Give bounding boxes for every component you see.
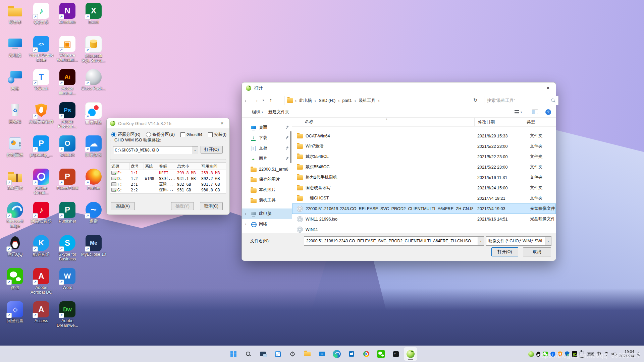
desktop-icon-publisher[interactable]: P↗Publisher <box>54 202 80 235</box>
restore-partition-radio[interactable]: 还原分区(R) <box>111 132 140 137</box>
column-header-type[interactable]: 类型 <box>523 118 535 126</box>
file-row[interactable]: 固态硬盘读写2021/6/24 15:00文件夹 <box>292 183 556 193</box>
tray-nvidia-icon[interactable] <box>572 351 577 357</box>
taskbar-wechat-button[interactable] <box>374 347 388 361</box>
desktop-icon-tencent-qq[interactable]: ↗腾讯QQ <box>2 235 28 268</box>
taskbar-onekey-ghost-button[interactable] <box>404 347 417 361</box>
sidebar-item-pictures[interactable]: 图片 <box>242 154 292 164</box>
tray-wifi-icon[interactable] <box>603 352 609 356</box>
onekey-close-button[interactable]: × <box>215 118 229 128</box>
file-row[interactable]: OCAT-Win642021/6/29 15:33文件夹 <box>292 131 556 141</box>
taskbar-edge-button[interactable] <box>330 347 343 361</box>
tray-bluetooth-icon[interactable] <box>550 352 555 357</box>
partition-row[interactable]: D:1:2WIN8SSD(...931.1 GB892.2 GB <box>110 176 226 181</box>
desktop-icon-excel[interactable]: X↗Excel <box>80 3 107 36</box>
file-row[interactable]: 22000.51.210619-2243.CO_RELEASE_SVC_PROD… <box>292 203 556 214</box>
desktop-icon-myeclipse[interactable]: Me↗MyEclipse 10 <box>80 235 107 268</box>
tray-ime-icon[interactable]: 中 <box>597 351 601 357</box>
organize-menu[interactable]: 组织▾ <box>249 108 266 116</box>
desktop-icon-todesk[interactable]: T↗ToDesk <box>28 69 54 102</box>
taskbar-settings-button[interactable] <box>286 347 299 361</box>
preview-pane-button[interactable] <box>529 108 541 116</box>
filename-combobox[interactable]: 22000.51.210619-2243.CO_RELEASE_SVC_PROD… <box>304 236 484 246</box>
file-row[interactable]: WIN11 21996.iso2021/6/16 14:51光盘映像文件 <box>292 214 556 224</box>
tray-keyboard-icon[interactable] <box>587 351 594 357</box>
sidebar-scrollbar[interactable] <box>290 131 291 163</box>
breadcrumb-segment[interactable]: SSD (H:) <box>318 98 336 103</box>
taskbar-terminal-button[interactable] <box>389 347 402 361</box>
partition-row[interactable]: F:2:1逻辑...932 GB931.7 GB <box>110 181 226 187</box>
focus-assist-moon-icon[interactable] <box>637 351 641 357</box>
desktop-icon-kugou-music[interactable]: K↗酷狗音乐 <box>28 235 54 268</box>
desktop-icon-powerpoint[interactable]: P↗PowerPoint <box>54 169 80 202</box>
address-bar[interactable]: › 此电脑›SSD (H:)›part1›装机工具› <box>284 96 477 105</box>
up-button[interactable]: ↑ <box>266 97 275 103</box>
taskbar-store-button[interactable] <box>345 347 358 361</box>
file-row[interactable]: 一键GHOST2021/7/4 19:21文件夹 <box>292 193 556 203</box>
chevron-right-icon[interactable]: › <box>245 212 246 216</box>
column-header-date[interactable]: 修改日期 <box>474 118 495 126</box>
tray-wechat-icon[interactable] <box>543 352 548 356</box>
views-button[interactable]: ▾ <box>512 109 525 115</box>
sidebar-item-local-photos[interactable]: 本机照片 <box>242 185 292 195</box>
cancel-button[interactable]: 取消(C) <box>200 202 223 210</box>
refresh-button[interactable]: ↻ <box>473 97 478 103</box>
partition-row[interactable]: G:2:2逻辑...931 GB930.8 GB <box>110 187 226 193</box>
dropdown-arrow-icon[interactable]: ▼ <box>478 237 484 245</box>
tray-onekey-ghost-icon[interactable] <box>528 351 534 357</box>
desktop-icon-tencent-weiyun[interactable]: ☁↗腾讯微云 <box>80 135 107 169</box>
sidebar-item-saved-pictures[interactable]: 保存的图片 <box>242 174 292 185</box>
desktop-icon-skype-business[interactable]: S↗Skype for Business <box>54 235 80 268</box>
open-dialog-titlebar[interactable]: 打开 × <box>242 82 556 94</box>
partition-table-header[interactable]: 还原 <box>110 163 130 170</box>
ghost64-checkbox[interactable]: Ghost64 <box>180 132 202 137</box>
dropdown-arrow-icon[interactable]: ▼ <box>545 237 551 245</box>
open-button[interactable]: 打开(O) <box>491 247 518 256</box>
recent-locations-dropdown[interactable]: ▾ <box>261 99 266 102</box>
help-button[interactable]: ? <box>545 109 551 115</box>
open-dialog-close-button[interactable]: × <box>540 82 556 94</box>
desktop-icon-vscode[interactable]: <>↗Visual Studio Code <box>28 36 54 69</box>
search-box[interactable]: 搜索"装机工具" <box>484 96 558 105</box>
desktop-icon-aliyun-drive[interactable]: ◇↗阿里云盘 <box>2 301 28 335</box>
partition-row[interactable]: E:1:1UEFI299.8 MB253.8 MB <box>110 170 226 176</box>
tray-huorong-icon[interactable] <box>558 351 562 357</box>
sidebar-item-folder-22000[interactable]: 22000.51_arm6 <box>242 164 292 174</box>
desktop-icon-acrobat[interactable]: A↗Adobe Acrobat DC <box>28 268 54 301</box>
taskbar-task-view-button[interactable] <box>256 347 270 361</box>
taskbar-clock[interactable]: 19:34 2021/7/4 <box>619 350 634 359</box>
desktop-icon-baidu-pan[interactable]: ↗百度网盘 <box>80 102 107 135</box>
desktop-icon-qq-music[interactable]: ♪↗QQ音乐 <box>28 3 54 36</box>
taskbar-search-button[interactable] <box>241 347 255 361</box>
desktop-icon-access[interactable]: A↗Access <box>28 301 54 335</box>
backup-partition-radio[interactable]: 备份分区(B) <box>146 132 175 137</box>
image-path-combobox[interactable]: C:\GHOST\D_WIN8.GHO ▼ <box>113 146 198 154</box>
desktop-icon-control-panel[interactable]: 控制面板 <box>2 135 28 169</box>
desktop-icon-network[interactable]: 网络 <box>2 69 28 102</box>
sidebar-item-downloads[interactable]: 下载 <box>242 133 292 143</box>
desktop-icon-adobe-cc[interactable]: ↗Adobe Creati... <box>28 169 54 202</box>
desktop-icon-vmware[interactable]: ▣↗VMware Workstati... <box>54 36 80 69</box>
sidebar-item-this-pc[interactable]: ›此电脑 <box>242 208 292 219</box>
file-row[interactable]: 戴尔5548CL2021/5/22 23:00文件夹 <box>292 152 556 162</box>
desktop-icon-firefox[interactable]: ↗Firefox <box>80 169 107 202</box>
tray-usb-icon[interactable] <box>580 351 584 358</box>
partition-table-header[interactable]: 盘号 <box>130 163 144 170</box>
desktop-icon-illustrator[interactable]: Ai↗Adobe Illustrat... <box>54 69 80 102</box>
forward-button[interactable]: → <box>251 97 261 103</box>
install-checkbox[interactable]: 安装(I) <box>208 132 226 137</box>
filetype-combobox[interactable]: 映像文件 (*.GHO;*.WIM;*.SWI ▼ <box>486 236 551 246</box>
desktop-icon-photoshop[interactable]: Ps↗Adobe Photosh... <box>54 102 80 135</box>
partition-table[interactable]: 还原盘号系统卷标总大小可用空间 E:1:1UEFI299.8 MB253.8 M… <box>110 163 226 193</box>
desktop-icon-outlook[interactable]: O↗Outlook <box>54 135 80 169</box>
breadcrumb-segment[interactable]: 此电脑 <box>299 98 313 104</box>
breadcrumb-segment[interactable]: part1 <box>342 98 353 103</box>
ok-button[interactable]: 确定(Y) <box>171 202 194 210</box>
column-header-name[interactable]: 名称 <box>305 119 313 125</box>
desktop-icon-edge[interactable]: ↗Microsoft Edge <box>2 202 28 235</box>
taskbar-start-button[interactable] <box>227 347 240 361</box>
desktop-icon-phpstudy[interactable]: P↗phpstudy_... <box>28 135 54 169</box>
desktop-icon-word[interactable]: W↗Word <box>54 268 80 301</box>
tray-volume-icon[interactable] <box>611 352 616 356</box>
sidebar-item-network[interactable]: ›网络 <box>242 219 292 229</box>
